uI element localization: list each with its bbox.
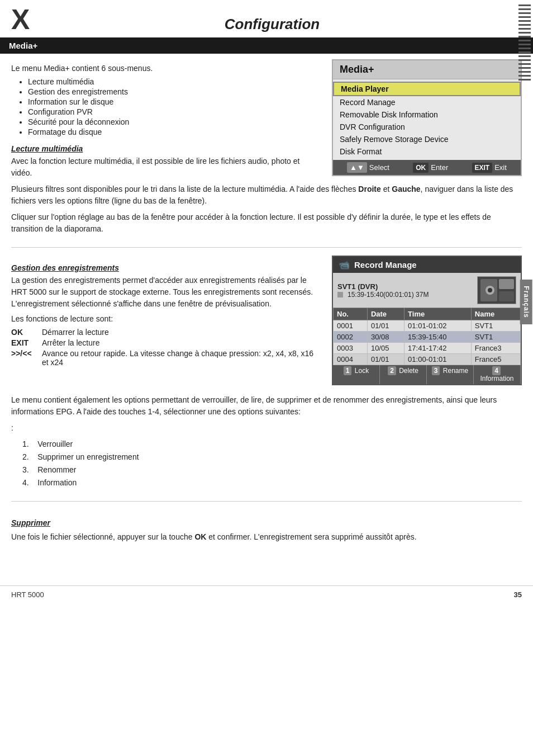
action-lock[interactable]: 1 Lock	[333, 365, 380, 384]
record-preview: SVT1 (DVR) 15:39-15:40(00:01:01) 37M	[333, 273, 521, 308]
list-item: Formatage du disque	[28, 127, 321, 136]
list-item: 4. Information	[22, 477, 522, 489]
separator-2	[11, 501, 522, 502]
arrow-key: ▲▼	[347, 162, 367, 173]
btn-num-1: 1	[344, 366, 352, 375]
btn-num-3: 3	[432, 366, 440, 375]
filter-section: Plusieurs filtres sont disponibles pour …	[0, 179, 533, 244]
time-text: 15:39-15:40(00:01:01) 37M	[348, 291, 429, 299]
lecture-label: Les fonctions de lecture sont:	[11, 314, 321, 323]
action-info-label: Information	[480, 375, 513, 382]
opt-num: 2.	[22, 452, 29, 461]
supprimer-section: Supprimer Une fois le fichier sélectionn…	[0, 505, 533, 552]
menu-box: Media+ Media Player Record Manage Remova…	[332, 59, 522, 176]
settings-paragraph: Cliquer sur l'option réglage au bas de l…	[11, 211, 522, 235]
footer-brand: HRT 5000	[11, 590, 44, 599]
logo-x: X	[11, 6, 30, 34]
list-item: Information sur le disque	[28, 97, 321, 106]
action-rename[interactable]: 3 Rename	[427, 365, 474, 384]
nav-exit: EXIT Exit	[472, 163, 507, 173]
key-ok: OK	[11, 328, 42, 337]
menu-item-dvr-config[interactable]: DVR Configuration	[333, 121, 521, 133]
record-box-title: 📹 Record Manage	[333, 257, 521, 273]
footer-page: 35	[514, 590, 522, 599]
desc-ok: Démarrer la lecture	[42, 328, 321, 337]
menu-box-title: Media+	[333, 60, 521, 79]
gestion-left: Gestion des enregistrements La gestion d…	[11, 256, 321, 385]
desc-exit: Arrêter la lecture	[42, 338, 321, 347]
ok-key: OK	[413, 163, 429, 173]
shortcut-table: OK Démarrer la lecture EXIT Arrêter la l…	[11, 328, 321, 367]
shortcut-ffrew: >>/<< Avance ou retour rapide. La vitess…	[11, 349, 321, 367]
table-row[interactable]: 0003 10/05 17:41-17:42 France3	[334, 343, 521, 354]
col-time: Time	[404, 308, 472, 320]
opt-label: Information	[37, 478, 77, 487]
record-box-label: Record Manage	[354, 260, 417, 270]
svg-rect-2	[499, 279, 514, 289]
list-item: 3. Renommer	[22, 464, 522, 476]
menu-item-media-player[interactable]: Media Player	[333, 82, 521, 96]
opt-num: 4.	[22, 478, 29, 487]
table-row[interactable]: 0001 01/01 01:01-01:02 SVT1	[334, 320, 521, 332]
list-item: Gestion des enregistrements	[28, 87, 321, 96]
record-table: No. Date Time Name 0001 01/01 01:01-01:0…	[333, 308, 521, 365]
nav-enter: OK Enter	[413, 163, 448, 173]
list-item: Configuration PVR	[28, 107, 321, 116]
subheading-lecture: Lecture multimédia	[11, 144, 321, 153]
table-row-selected[interactable]: 0002 30/08 15:39-15:40 SVT1	[334, 332, 521, 343]
nav-select: ▲▼ Select	[347, 162, 389, 173]
record-time: 15:39-15:40(00:01:01) 37M	[337, 291, 472, 299]
separator-1	[11, 247, 522, 248]
bullet-list: Lecture multimédia Gestion des enregistr…	[28, 77, 321, 136]
list-item: 1. Verrouiller	[22, 438, 522, 450]
filter-paragraph: Plusieurs filtres sont disponibles pour …	[11, 183, 522, 207]
lang-tab-container: Français	[520, 280, 533, 324]
list-item: Lecture multimédia	[28, 77, 321, 86]
list-item: 2. Supprimer un enregistrement	[22, 451, 522, 463]
key-exit: EXIT	[11, 338, 42, 347]
intro-text: Le menu Media+ contient 6 sous-menus.	[11, 64, 321, 73]
opt-label: Verrouiller	[37, 440, 73, 448]
desc-ffrew: Avance ou retour rapide. La vitesse chan…	[42, 349, 321, 367]
opt-label: Supprimer un enregistrement	[37, 452, 139, 461]
shortcut-exit: EXIT Arrêter la lecture	[11, 338, 321, 347]
exit-key: EXIT	[472, 163, 493, 173]
record-thumbnail	[477, 276, 516, 304]
nav-select-label: Select	[369, 163, 389, 172]
supprimer-text: Une fois le fichier sélectionné, appuyer…	[11, 531, 522, 543]
action-lock-label: Lock	[355, 367, 369, 375]
col-date: Date	[367, 308, 404, 320]
menu-item-safely-remove[interactable]: Safely Remove Storage Device	[333, 133, 521, 145]
lecture-desc: Avec la fonction lecture multimédia, il …	[11, 155, 321, 179]
menu-items: Media Player Record Manage Removable Dis…	[333, 79, 521, 160]
action-info[interactable]: 4 Information	[474, 365, 521, 384]
nav-enter-label: Enter	[431, 163, 448, 172]
col-no: No.	[334, 308, 368, 320]
subheading-gestion: Gestion des enregistrements	[11, 263, 321, 272]
gestion-text: La gestion des enregistrements permet d'…	[11, 275, 321, 310]
lang-tab: Français	[520, 280, 532, 324]
btn-num-2: 2	[388, 366, 396, 375]
action-bar: 1 Lock 2 Delete 3 Rename 4 Information	[333, 365, 521, 384]
menu-item-disk-format[interactable]: Disk Format	[333, 145, 521, 158]
opt-num: 1.	[22, 440, 29, 448]
left-column: Le menu Media+ contient 6 sous-menus. Le…	[11, 59, 321, 179]
shortcut-ok: OK Démarrer la lecture	[11, 328, 321, 337]
subheading-supprimer: Supprimer	[11, 517, 522, 529]
opt-num: 3.	[22, 465, 29, 474]
nav-exit-label: Exit	[494, 163, 507, 172]
action-delete[interactable]: 2 Delete	[380, 365, 427, 384]
action-delete-label: Delete	[399, 367, 418, 375]
record-channel: SVT1 (DVR)	[337, 282, 472, 291]
section-header-media-plus: Media+	[0, 37, 533, 54]
key-ffrew: >>/<<	[11, 349, 42, 358]
record-info: SVT1 (DVR) 15:39-15:40(00:01:01) 37M	[337, 282, 472, 299]
right-column-menu: Media+ Media Player Record Manage Remova…	[332, 59, 522, 179]
page-title: Configuration	[45, 6, 499, 37]
colon-separator: :	[11, 422, 522, 434]
menu-item-record-manage[interactable]: Record Manage	[333, 96, 521, 108]
record-icon: 📹	[339, 259, 350, 270]
table-row[interactable]: 0004 01/01 01:00-01:01 France5	[334, 354, 521, 365]
menu-item-disk-info[interactable]: Removable Disk Information	[333, 108, 521, 121]
btn-num-4: 4	[492, 366, 501, 375]
